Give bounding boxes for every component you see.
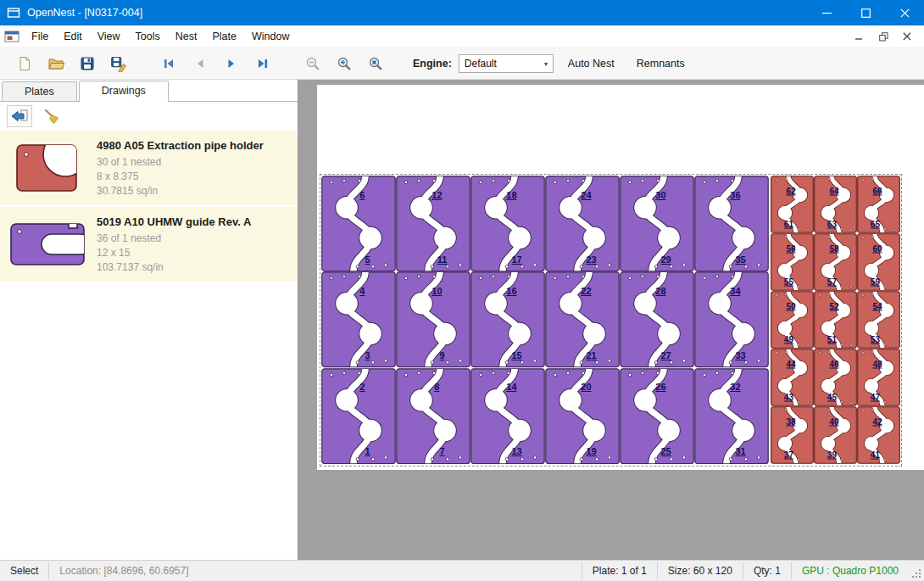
nest-canvas[interactable]: 65 1211 1817 2423: [298, 80, 924, 560]
nested-part-pair-purple[interactable]: 3029: [620, 176, 694, 271]
nested-part-pair-red[interactable]: 5453: [857, 291, 900, 349]
zoom-fit-button[interactable]: [359, 51, 391, 77]
nested-part-pair-red[interactable]: 6665: [857, 176, 900, 233]
nav-last-button[interactable]: [247, 51, 278, 77]
maximize-button[interactable]: [846, 0, 885, 25]
remnants-button[interactable]: Remnants: [629, 53, 693, 74]
mdi-restore-button[interactable]: [873, 29, 893, 44]
chevron-down-icon[interactable]: ▼: [539, 61, 553, 67]
zoom-in-button[interactable]: [328, 51, 359, 77]
nested-part-pair-purple[interactable]: 43: [321, 271, 396, 367]
open-button[interactable]: [40, 51, 71, 77]
nav-first-button[interactable]: [153, 51, 184, 77]
nested-part-pair-purple[interactable]: 2423: [545, 176, 620, 271]
part-number: 17: [511, 254, 521, 265]
nested-part-pair-purple[interactable]: 1211: [396, 176, 470, 271]
part-number: 66: [872, 186, 882, 195]
part-number: 23: [586, 254, 596, 265]
nav-prev-button[interactable]: [184, 51, 215, 77]
resize-grip-icon[interactable]: [909, 561, 924, 581]
menu-item-view[interactable]: View: [90, 26, 128, 47]
nested-part-pair-purple[interactable]: 3635: [694, 176, 769, 271]
part-number: 34: [730, 286, 740, 296]
nested-part-pair-purple[interactable]: 2221: [545, 271, 620, 367]
nested-part-pair-purple[interactable]: 1817: [470, 176, 545, 271]
tab-drawings[interactable]: Drawings: [79, 81, 169, 102]
nested-part-pair-red[interactable]: 4645: [814, 349, 857, 406]
mdi-minimize-button[interactable]: [849, 29, 870, 44]
save-icon: [80, 56, 95, 71]
nested-part-pair-red[interactable]: 3837: [771, 406, 814, 464]
tab-plates[interactable]: Plates: [2, 81, 77, 101]
nested-part-pair-red[interactable]: 6463: [814, 176, 857, 233]
nested-part-pair-purple[interactable]: 21: [321, 368, 396, 464]
nested-part-pair-purple[interactable]: 2625: [620, 368, 694, 464]
nested-part-pair-red[interactable]: 4039: [814, 406, 857, 464]
part-number: 39: [827, 450, 837, 460]
nested-part-pair-purple[interactable]: 87: [396, 368, 470, 464]
drawing-area: 30.7815 sq/in: [97, 184, 292, 198]
nested-part-pair-red[interactable]: 5251: [814, 291, 857, 349]
engine-select[interactable]: Default ▼: [459, 54, 554, 73]
part-number: 59: [871, 277, 880, 287]
menu-item-nest[interactable]: Nest: [168, 26, 205, 47]
part-number: 11: [437, 254, 448, 265]
nested-part-pair-red[interactable]: 4443: [771, 349, 814, 406]
nested-part-pair-red[interactable]: 6261: [771, 176, 814, 233]
nested-part-pair-purple[interactable]: 2827: [620, 271, 694, 367]
nav-next-button[interactable]: [215, 51, 247, 77]
save-button[interactable]: [71, 51, 103, 77]
nested-part-pair-purple[interactable]: 2019: [545, 368, 620, 464]
menu-item-tools[interactable]: Tools: [128, 26, 168, 47]
close-button[interactable]: [885, 0, 924, 25]
menu-item-plate[interactable]: Plate: [204, 26, 244, 47]
part-number: 62: [786, 186, 795, 195]
mdi-close-button[interactable]: [897, 29, 917, 44]
nested-part-pair-purple[interactable]: 109: [396, 271, 470, 367]
drawing-list-item[interactable]: 4980 A05 Extraction pipe holder30 of 1 n…: [0, 131, 298, 205]
nested-parts-shape: [396, 368, 470, 464]
part-thumbnail: [5, 218, 90, 271]
part-number: 10: [431, 286, 442, 296]
part-number: 55: [784, 277, 793, 287]
sidebar-tabs: PlatesDrawings: [0, 80, 298, 102]
menu-item-window[interactable]: Window: [244, 26, 297, 47]
part-thumbnail-uhmw-guide: [8, 218, 87, 271]
nested-part-pair-red[interactable]: 4241: [857, 406, 900, 464]
part-number: 32: [730, 382, 740, 392]
clear-drawings-button[interactable]: [39, 105, 64, 127]
zoom-out-button[interactable]: [297, 51, 328, 77]
minimize-button[interactable]: [807, 0, 846, 25]
nested-part-pair-red[interactable]: 5857: [814, 233, 857, 291]
status-spacer: [199, 561, 582, 581]
new-file-icon: [17, 56, 32, 71]
nested-part-pair-red[interactable]: 5049: [771, 291, 814, 349]
part-number: 26: [655, 382, 665, 392]
zoom-fit-icon: [368, 56, 383, 71]
new-button[interactable]: [8, 51, 40, 77]
menu-item-file[interactable]: File: [24, 26, 56, 47]
nested-part-pair-red[interactable]: 5655: [771, 233, 814, 291]
part-number: 2: [359, 382, 365, 392]
nested-part-pair-purple[interactable]: 3433: [694, 271, 769, 367]
app-icon: [0, 7, 27, 19]
nested-part-pair-red[interactable]: 4847: [857, 349, 900, 406]
menu-item-edit[interactable]: Edit: [56, 26, 90, 47]
drawing-size: 8 x 8.375: [97, 170, 292, 184]
nested-part-pair-purple[interactable]: 65: [321, 176, 396, 271]
nested-part-pair-red[interactable]: 6059: [857, 233, 900, 291]
nested-part-pair-purple[interactable]: 1615: [470, 271, 545, 367]
part-number: 18: [506, 190, 516, 200]
part-number: 65: [871, 220, 880, 229]
part-number: 31: [735, 446, 745, 456]
part-thumbnail: [5, 140, 90, 196]
auto-nest-button[interactable]: Auto Nest: [560, 53, 622, 74]
import-drawing-button[interactable]: [7, 105, 32, 127]
part-number: 37: [784, 450, 793, 460]
nested-part-pair-purple[interactable]: 1413: [470, 368, 545, 464]
save-as-button[interactable]: [103, 51, 134, 77]
drawing-list-item[interactable]: 5019 A10 UHMW guide Rev. A36 of 1 nested…: [0, 207, 298, 282]
nested-part-pair-purple[interactable]: 3231: [694, 368, 769, 464]
mdi-close-icon: [903, 32, 911, 41]
part-number: 19: [586, 446, 596, 456]
